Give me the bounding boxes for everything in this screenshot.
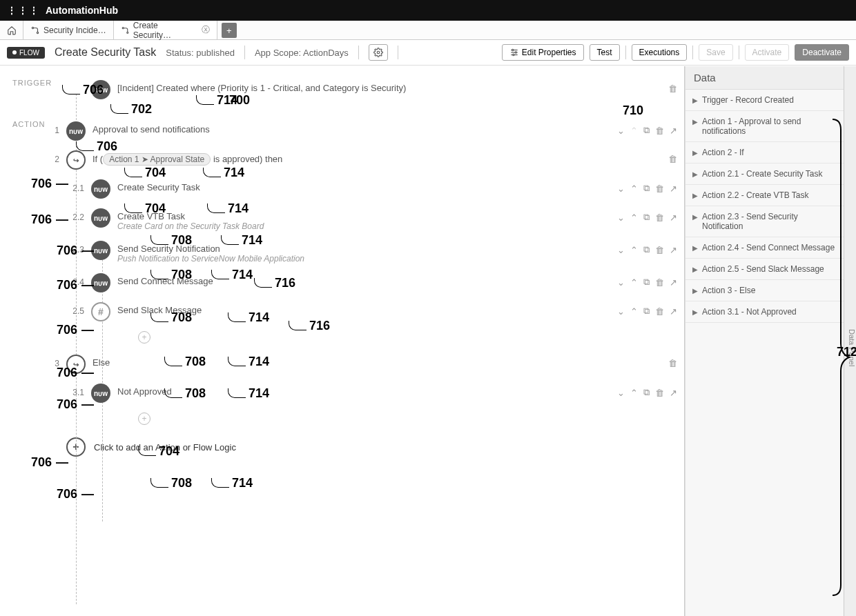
- data-list: ▶Trigger - Record Created ▶Action 1 - Ap…: [685, 90, 844, 323]
- data-item[interactable]: ▶Action 2.2 - Create VTB Task: [685, 185, 844, 206]
- now-icon: nᴜw: [91, 80, 110, 99]
- svg-point-10: [512, 54, 514, 55]
- chevron-up-icon[interactable]: ⌃: [630, 212, 638, 223]
- trigger-row[interactable]: nᴜw [Incident] Created where (Priority i…: [66, 80, 677, 99]
- duplicate-icon[interactable]: ⧉: [643, 212, 650, 223]
- delete-icon[interactable]: 🗑: [655, 245, 664, 255]
- row-number: 3.1: [66, 384, 84, 397]
- data-item[interactable]: ▶Action 2 - If: [685, 142, 844, 163]
- duplicate-icon[interactable]: ⧉: [643, 183, 650, 194]
- chevron-down-icon[interactable]: ⌄: [617, 212, 625, 223]
- open-icon[interactable]: ↗: [670, 277, 677, 288]
- tab-strip: Security Incide… Create Security… ⓧ +: [0, 21, 856, 40]
- delete-icon[interactable]: 🗑: [655, 277, 664, 288]
- add-action-inline[interactable]: +: [138, 413, 150, 425]
- chevron-down-icon[interactable]: ⌄: [617, 245, 625, 255]
- app-bar: ⋮⋮⋮ AutomationHub: [0, 0, 856, 21]
- delete-icon[interactable]: 🗑: [655, 306, 664, 317]
- open-icon[interactable]: ↗: [670, 183, 677, 194]
- svg-point-4: [377, 51, 380, 54]
- chevron-down-icon[interactable]: ⌄: [617, 183, 625, 194]
- flow-icon: [121, 26, 130, 35]
- duplicate-icon[interactable]: ⧉: [643, 387, 650, 398]
- caret-icon: ▶: [692, 212, 698, 221]
- chevron-up-icon[interactable]: ⌃: [630, 245, 638, 255]
- deactivate-button[interactable]: Deactivate: [795, 44, 849, 61]
- chevron-up-icon[interactable]: ⌃: [630, 183, 638, 194]
- edit-properties-button[interactable]: Edit Properties: [502, 44, 584, 61]
- side-tab-data[interactable]: Data Panel: [844, 66, 856, 616]
- open-icon[interactable]: ↗: [670, 212, 677, 223]
- data-item[interactable]: ▶Trigger - Record Created: [685, 90, 844, 111]
- action-row-2-4[interactable]: 2.4 nᴜw Send Connect Message ⌄ ⌃ ⧉ 🗑 ↗: [66, 273, 677, 292]
- close-icon[interactable]: ⓧ: [202, 24, 210, 36]
- tab-create-security[interactable]: Create Security… ⓧ: [114, 21, 217, 39]
- open-icon[interactable]: ↗: [670, 306, 677, 317]
- data-item[interactable]: ▶Action 2.5 - Send Slack Message: [685, 259, 844, 280]
- settings-button[interactable]: [369, 44, 388, 61]
- tab-security-incident[interactable]: Security Incide…: [23, 21, 114, 39]
- home-icon: [7, 26, 17, 35]
- add-tab-button[interactable]: +: [222, 23, 237, 38]
- action-row-1[interactable]: 1 nᴜw Approval to send notifications ⌄ ⌃…: [41, 121, 677, 141]
- delete-icon[interactable]: 🗑: [655, 212, 664, 223]
- chevron-up-icon[interactable]: ⌃: [630, 388, 638, 398]
- add-action-row[interactable]: + Click to add an Action or Flow Logic: [66, 437, 677, 457]
- delete-icon[interactable]: 🗑: [655, 388, 664, 398]
- data-item[interactable]: ▶Action 2.1 - Create Security Task: [685, 163, 844, 185]
- action-label: ACTION: [12, 120, 46, 128]
- executions-button[interactable]: Executions: [632, 44, 688, 61]
- action-row-3-1[interactable]: 3.1 nᴜw Not Approved ⌄ ⌃ ⧉ 🗑 ↗: [66, 384, 677, 403]
- delete-icon[interactable]: 🗑: [655, 126, 664, 136]
- row-title: Send Connect Message: [117, 276, 610, 286]
- row-number: 2.5: [66, 302, 84, 316]
- duplicate-icon[interactable]: ⧉: [643, 244, 650, 255]
- action-row-2-2[interactable]: 2.2 nᴜw Create VTB Task Create Card on t…: [66, 208, 677, 231]
- open-icon[interactable]: ↗: [670, 388, 677, 398]
- duplicate-icon[interactable]: ⧉: [643, 306, 650, 317]
- data-item[interactable]: ▶Action 1 - Approval to send notificatio…: [685, 111, 844, 142]
- action-row-2-1[interactable]: 2.1 nᴜw Create Security Task ⌄ ⌃ ⧉ 🗑 ↗: [66, 179, 677, 199]
- action-row-3[interactable]: 3 ↪ Else 🗑: [41, 355, 677, 374]
- delete-icon[interactable]: 🗑: [668, 154, 677, 164]
- chevron-up-icon[interactable]: ⌃: [630, 306, 638, 317]
- delete-icon[interactable]: 🗑: [655, 183, 664, 194]
- caret-icon: ▶: [692, 307, 698, 316]
- add-action-inline[interactable]: +: [138, 331, 150, 344]
- chevron-down-icon[interactable]: ⌄: [617, 388, 625, 398]
- chevron-down-icon[interactable]: ⌄: [617, 277, 625, 288]
- caret-icon: ▶: [692, 148, 698, 157]
- row-subtitle: Push Notification to ServiceNow Mobile A…: [117, 254, 610, 264]
- action-row-2-3[interactable]: 2.3 nᴜw Send Security Notification Push …: [66, 241, 677, 264]
- open-icon[interactable]: ↗: [670, 126, 677, 136]
- chevron-down-icon[interactable]: ⌄: [617, 126, 625, 136]
- data-item[interactable]: ▶Action 3.1 - Not Approved: [685, 301, 844, 323]
- delete-icon[interactable]: 🗑: [668, 83, 677, 94]
- chevron-down-icon[interactable]: ⌄: [617, 306, 625, 317]
- activate-button: Activate: [745, 44, 790, 61]
- svg-point-3: [126, 32, 128, 33]
- caret-icon: ▶: [692, 190, 698, 199]
- toolbar: FLOW Create Security Task Status: publis…: [0, 40, 856, 66]
- sliders-icon: [509, 48, 519, 57]
- data-item[interactable]: ▶Action 3 - Else: [685, 280, 844, 301]
- data-item[interactable]: ▶Action 2.4 - Send Connect Message: [685, 237, 844, 259]
- test-button[interactable]: Test: [590, 44, 620, 61]
- open-icon[interactable]: ↗: [670, 245, 677, 255]
- duplicate-icon[interactable]: ⧉: [643, 277, 650, 288]
- duplicate-icon[interactable]: ⧉: [643, 125, 650, 136]
- flow-canvas[interactable]: TRIGGER ACTION nᴜw [Incident] Created wh…: [0, 66, 685, 616]
- separator: [625, 46, 626, 59]
- action-row-2-5[interactable]: 2.5 # Send Slack Message ⌄ ⌃ ⧉ 🗑 ↗: [66, 302, 677, 321]
- row-title: Send Security Notification: [117, 244, 610, 254]
- home-tab[interactable]: [0, 21, 23, 39]
- action-row-2[interactable]: 2 ↪ If (Action 1 ➤ Approval State is app…: [41, 150, 677, 170]
- trigger-text: [Incident] Created where (Priority is 1 …: [117, 83, 661, 93]
- svg-point-9: [515, 52, 516, 53]
- delete-icon[interactable]: 🗑: [668, 358, 677, 368]
- condition-pill[interactable]: Action 1 ➤ Approval State: [103, 153, 211, 166]
- data-item[interactable]: ▶Action 2.3 - Send Security Notification: [685, 206, 844, 237]
- data-panel-title: Data: [685, 66, 844, 90]
- separator: [398, 46, 398, 59]
- chevron-up-icon[interactable]: ⌃: [630, 277, 638, 288]
